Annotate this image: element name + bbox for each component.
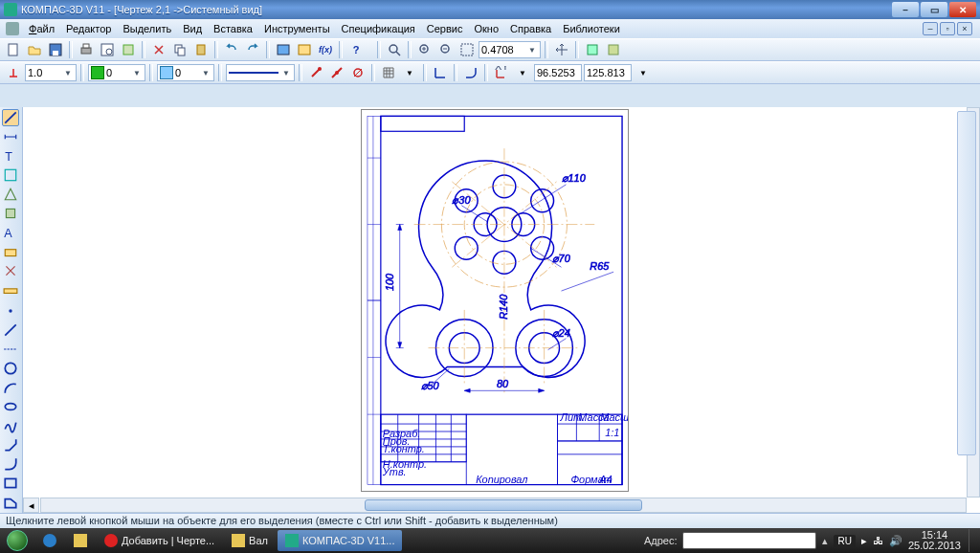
menu-help[interactable]: Справка	[504, 21, 557, 36]
fx-button[interactable]: f(x)	[316, 40, 335, 59]
snap-off-button[interactable]	[348, 63, 368, 82]
tray-flag-icon[interactable]: ▸	[861, 535, 867, 547]
snap-mid-button[interactable]	[327, 63, 346, 82]
maximize-button[interactable]: ▭	[921, 2, 947, 17]
rebuild-button[interactable]	[583, 40, 602, 59]
mdi-close[interactable]: ×	[957, 22, 972, 35]
tool-assoc[interactable]	[2, 243, 19, 260]
tool-param[interactable]	[2, 262, 19, 279]
language-indicator[interactable]: RU	[834, 535, 855, 547]
state-combo[interactable]: ▼	[88, 64, 145, 81]
geo-circle[interactable]	[2, 360, 19, 377]
menu-insert[interactable]: Вставка	[208, 21, 258, 36]
coord-y[interactable]	[584, 64, 632, 81]
tray-volume-icon[interactable]: 🔊	[889, 535, 902, 547]
grid-button[interactable]	[379, 63, 398, 82]
vars-button[interactable]	[295, 40, 314, 59]
coord-dd[interactable]: ▼	[634, 63, 653, 82]
geo-contour[interactable]	[2, 494, 19, 511]
zoom-combo[interactable]: ▼	[479, 41, 541, 58]
close-button[interactable]: ✕	[949, 2, 976, 17]
help-button[interactable]: ?	[346, 40, 366, 59]
new-button[interactable]	[4, 40, 23, 59]
copy-button[interactable]	[170, 40, 189, 59]
pinned-explorer[interactable]	[66, 530, 95, 551]
paste-button[interactable]	[191, 40, 211, 59]
geo-line[interactable]	[2, 321, 19, 339]
preview-button[interactable]	[98, 40, 117, 59]
open-button[interactable]	[25, 40, 44, 59]
minimize-button[interactable]: –	[892, 2, 919, 17]
props-button[interactable]	[119, 40, 138, 59]
menu-select[interactable]: Выделить	[117, 21, 177, 36]
menu-tools[interactable]: Инструменты	[258, 21, 336, 36]
menu-spec[interactable]: Спецификация	[336, 21, 421, 36]
task-opera[interactable]: Добавить | Черте...	[97, 530, 222, 551]
tray-overflow-icon[interactable]: ▴	[822, 535, 828, 547]
menu-view[interactable]: Вид	[177, 21, 208, 36]
print-button[interactable]	[77, 40, 96, 59]
coord-x[interactable]	[534, 64, 582, 81]
menu-editor[interactable]: Редактор	[60, 21, 117, 36]
tool-5[interactable]	[2, 186, 19, 203]
local-cs-sub[interactable]: ▼	[513, 63, 532, 82]
chevron-down-icon[interactable]: ▼	[526, 43, 538, 56]
state-input[interactable]	[106, 67, 129, 78]
library-panel[interactable]	[957, 111, 976, 455]
step-button[interactable]	[4, 63, 23, 82]
tool-edit[interactable]	[2, 166, 19, 184]
tool-7[interactable]: A	[2, 224, 19, 241]
layer-combo[interactable]: ▼	[157, 64, 214, 81]
round-button[interactable]	[461, 63, 480, 82]
step-input[interactable]	[28, 67, 60, 78]
tray-network-icon[interactable]: 🖧	[873, 535, 883, 546]
grid-sub-button[interactable]: ▼	[400, 63, 419, 82]
geo-hline[interactable]	[2, 341, 19, 358]
pan-button[interactable]	[552, 40, 571, 59]
drawing-viewport[interactable]: 100 80 ⌀110 ⌀70 ⌀30 R65 ⌀24 ⌀50 R140	[23, 107, 967, 496]
cut-button[interactable]	[149, 40, 168, 59]
pinned-ie[interactable]	[35, 530, 64, 551]
zoom-window-button[interactable]	[457, 40, 477, 59]
tool-dims[interactable]	[2, 128, 19, 145]
menu-service[interactable]: Сервис	[421, 21, 469, 36]
address-input[interactable]	[682, 532, 816, 549]
linetype-combo[interactable]: ▼	[226, 64, 295, 81]
geo-arc[interactable]	[2, 379, 19, 396]
task-folder[interactable]: Вал	[224, 530, 276, 551]
local-cs-button[interactable]: XY	[492, 63, 511, 82]
show-desktop-button[interactable]	[969, 529, 976, 552]
tool-text[interactable]: T	[2, 147, 19, 165]
manager-button[interactable]	[274, 40, 293, 59]
tool-measure[interactable]	[2, 281, 19, 299]
geo-rect[interactable]	[2, 475, 19, 492]
mdi-minimize[interactable]: –	[923, 22, 938, 35]
task-kompas[interactable]: КОМПАС-3D V11...	[278, 530, 402, 551]
zoom-out-button[interactable]	[436, 40, 456, 59]
sheet-tab-left[interactable]: ◂	[23, 498, 39, 513]
menu-file[interactable]: Файл	[23, 21, 60, 36]
layer-input[interactable]	[175, 67, 198, 78]
save-button[interactable]	[46, 40, 65, 59]
geo-chamfer[interactable]	[2, 436, 19, 453]
undo-button[interactable]	[222, 40, 241, 59]
redo-button[interactable]	[243, 40, 262, 59]
geo-ellipse[interactable]	[2, 398, 19, 415]
zoom-in-button[interactable]	[415, 40, 434, 59]
tool-geometry[interactable]	[2, 109, 19, 126]
tool-6[interactable]	[2, 205, 19, 222]
zoom-fit-button[interactable]	[385, 40, 404, 59]
menu-window[interactable]: Окно	[468, 21, 504, 36]
menu-libs[interactable]: Библиотеки	[557, 21, 626, 36]
geo-point[interactable]	[2, 302, 19, 320]
start-button[interactable]	[0, 528, 34, 553]
step-combo[interactable]: ▼	[25, 64, 77, 81]
zoom-input[interactable]	[481, 44, 524, 55]
mdi-restore[interactable]: ▫	[940, 22, 955, 35]
ortho-button[interactable]	[431, 63, 450, 82]
horizontal-scrollbar[interactable]	[40, 498, 967, 513]
geo-fillet[interactable]	[2, 455, 19, 473]
snap-end-button[interactable]	[306, 63, 325, 82]
tray-clock[interactable]: 15:1425.02.2013	[908, 530, 961, 551]
refresh-button[interactable]	[604, 40, 623, 59]
